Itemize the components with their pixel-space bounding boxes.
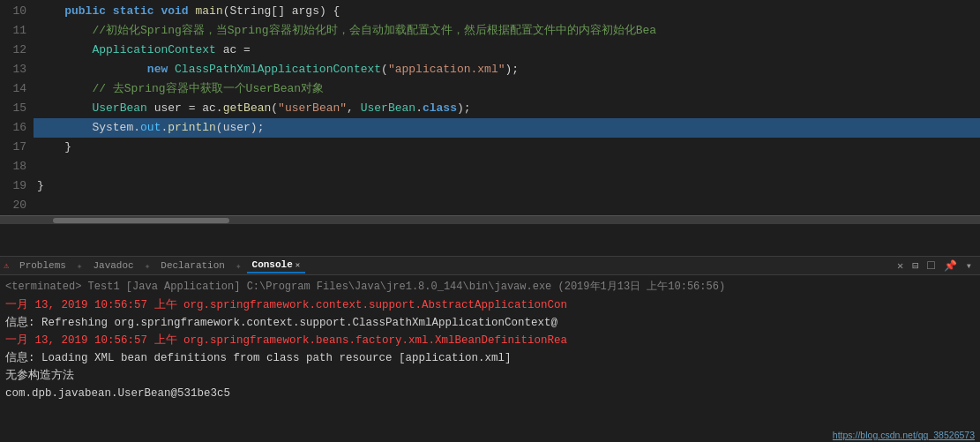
tabs-right-icons: ✕ ⊟ □ 📌 ▾: [894, 258, 980, 273]
tab-icon-x[interactable]: ✕: [894, 258, 906, 273]
line-number-15: 15: [0, 99, 34, 118]
line-content-11: //初始化Spring容器，当Spring容器初始化时，会自动加载配置文件，然后…: [34, 21, 980, 41]
tab-separator-1: ✦: [77, 260, 83, 272]
tab-problems-label: Problems: [19, 260, 66, 271]
line-content-13: new ClassPathXmlApplicationContext("appl…: [34, 60, 980, 79]
tab-separator-3: ✦: [236, 260, 242, 272]
editor-scrollbar[interactable]: [0, 215, 980, 224]
line-number-18: 18: [0, 157, 34, 176]
tab-icon-minimize[interactable]: ⊟: [909, 258, 921, 273]
line-number-12: 12: [0, 41, 34, 60]
line-number-16: 16: [0, 118, 34, 138]
console-terminated-line: <terminated> Test1 [Java Application] C:…: [5, 279, 975, 294]
code-line-17: 17 }: [0, 138, 980, 157]
console-line-2: 信息: Refreshing org.springframework.conte…: [5, 314, 975, 332]
tab-console[interactable]: Console ✕: [247, 258, 306, 273]
console-area: <terminated> Test1 [Java Application] C:…: [0, 275, 980, 430]
line-content-14: // 去Spring容器中获取一个UserBean对象: [34, 79, 980, 99]
tab-javadoc[interactable]: Javadoc: [87, 258, 138, 273]
console-line-6: com.dpb.javabean.UserBean@531be3c5: [5, 385, 975, 402]
tab-problems[interactable]: Problems: [14, 258, 71, 273]
tab-problems-icon: ⚠: [4, 260, 9, 271]
line-content-12: ApplicationContext ac =: [34, 41, 980, 60]
line-content-10: public static void main(String[] args) {: [34, 2, 980, 21]
code-line-19: 19 }: [0, 176, 980, 196]
tab-icon-menu[interactable]: ▾: [963, 258, 975, 273]
tab-icon-maximize[interactable]: □: [924, 258, 937, 273]
code-line-12: 12 ApplicationContext ac =: [0, 41, 980, 60]
code-line-13: 13 new ClassPathXmlApplicationContext("a…: [0, 60, 980, 79]
line-content-17: }: [34, 138, 980, 157]
line-number-17: 17: [0, 138, 34, 157]
line-content-15: UserBean user = ac.getBean("userBean", U…: [34, 99, 980, 118]
tab-console-label: Console: [252, 259, 293, 270]
line-content-19: }: [34, 176, 980, 196]
tab-declaration[interactable]: Declaration: [155, 258, 230, 273]
code-line-11: 11 //初始化Spring容器，当Spring容器初始化时，会自动加载配置文件…: [0, 21, 980, 41]
line-number-10: 10: [0, 2, 34, 21]
line-number-11: 11: [0, 21, 34, 41]
line-number-14: 14: [0, 79, 34, 99]
line-number-13: 13: [0, 60, 34, 79]
console-line-3: 一月 13, 2019 10:56:57 上午 org.springframew…: [5, 332, 975, 349]
editor-scrollbar-thumb[interactable]: [53, 218, 229, 223]
tab-console-marker: ✕: [295, 260, 300, 270]
code-line-16: 16 System.out.println(user);: [0, 118, 980, 138]
tab-icon-pin[interactable]: 📌: [941, 258, 960, 273]
code-line-15: 15 UserBean user = ac.getBean("userBean"…: [0, 99, 980, 118]
line-content-16: System.out.println(user);: [34, 118, 980, 138]
code-line-10: 10 public static void main(String[] args…: [0, 2, 980, 21]
code-line-18: 18: [0, 157, 980, 176]
line-number-20: 20: [0, 196, 34, 215]
tabs-panel: ⚠ Problems ✦ Javadoc ✦ Declaration ✦ Con…: [0, 256, 980, 275]
console-line-4: 信息: Loading XML bean definitions from cl…: [5, 349, 975, 367]
tab-javadoc-label: Javadoc: [93, 260, 133, 271]
editor-area: 10 public static void main(String[] args…: [0, 0, 980, 256]
console-line-5: 无参构造方法: [5, 367, 975, 385]
code-line-20: 20: [0, 196, 980, 215]
code-lines: 10 public static void main(String[] args…: [0, 0, 980, 215]
console-line-1: 一月 13, 2019 10:56:57 上午 org.springframew…: [5, 296, 975, 314]
code-line-14: 14 // 去Spring容器中获取一个UserBean对象: [0, 79, 980, 99]
bottom-status-bar: https://blog.csdn.net/qq_38526573: [827, 428, 980, 442]
tab-declaration-label: Declaration: [161, 260, 225, 271]
line-number-19: 19: [0, 176, 34, 196]
bottom-link[interactable]: https://blog.csdn.net/qq_38526573: [833, 430, 975, 440]
tab-separator-2: ✦: [145, 260, 151, 272]
